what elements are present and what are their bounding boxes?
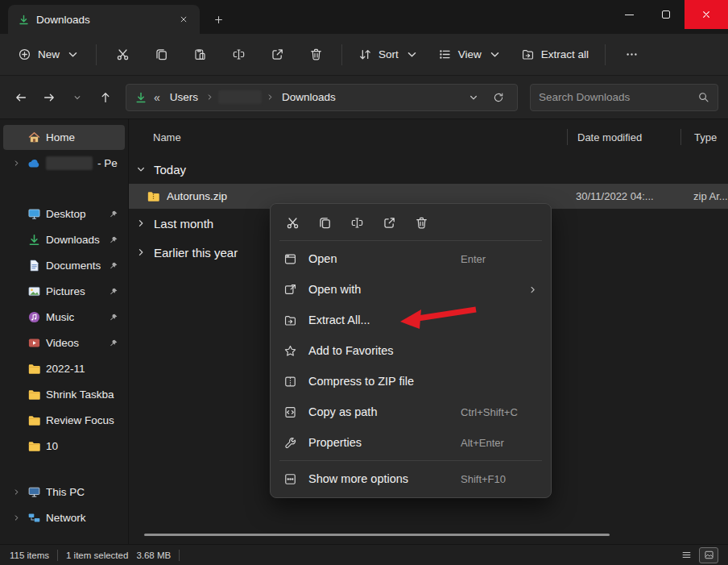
sidebar-label: Videos — [46, 337, 79, 349]
column-header-type[interactable]: Type — [681, 131, 728, 143]
up-button[interactable] — [93, 85, 118, 110]
sidebar-item-downloads[interactable]: Downloads — [3, 227, 125, 252]
submenu-slot — [461, 285, 538, 295]
context-menu-item-open-with[interactable]: Open with — [274, 274, 548, 305]
new-button[interactable]: New — [8, 40, 89, 69]
sidebar-item-folder-review-focus[interactable]: Review Focus — [3, 408, 125, 433]
share-button[interactable] — [258, 40, 296, 69]
copy-button[interactable] — [142, 40, 180, 69]
address-dropdown-button[interactable] — [463, 87, 484, 108]
group-today[interactable]: Today — [129, 155, 728, 184]
up-icon — [99, 91, 112, 104]
extract-all-button[interactable]: Extract all — [511, 40, 598, 69]
thumbnails-view-icon — [704, 550, 714, 560]
search-input[interactable] — [539, 91, 691, 103]
context-menu-item-compress-to-zip[interactable]: Compress to ZIP file — [274, 366, 548, 397]
sidebar-item-home[interactable]: Home — [3, 125, 125, 150]
horizontal-scrollbar[interactable] — [144, 534, 610, 536]
expand-chevron[interactable] — [10, 513, 23, 522]
sidebar-item-music[interactable]: Music — [3, 305, 125, 330]
sidebar-item-network[interactable]: Network — [3, 505, 125, 530]
sidebar-item-folder-10[interactable]: 10 — [3, 434, 125, 459]
context-menu-copy-button[interactable] — [311, 210, 339, 235]
chevron-down-icon — [72, 93, 82, 102]
tab-title: Downloads — [36, 14, 168, 26]
thumbnails-view-button[interactable] — [699, 547, 718, 563]
pin-icon — [109, 261, 118, 271]
forward-button[interactable] — [36, 85, 62, 110]
view-label: View — [458, 48, 482, 60]
sidebar-gap — [0, 459, 128, 479]
network-icon — [27, 511, 41, 525]
video-icon — [27, 336, 41, 350]
rename-button[interactable] — [219, 40, 258, 69]
breadcrumb-users[interactable]: Users — [167, 89, 201, 105]
address-bar[interactable]: « Users Downloads — [126, 84, 518, 111]
recent-locations-button[interactable] — [64, 85, 90, 110]
breadcrumb-overflow[interactable]: « — [151, 91, 163, 104]
sidebar-item-this-pc[interactable]: This PC — [3, 480, 125, 505]
context-menu-item-copy-as-path[interactable]: Copy as path Ctrl+Shift+C — [274, 397, 548, 427]
download-icon — [134, 91, 147, 104]
sidebar-item-desktop[interactable]: Desktop — [3, 201, 125, 226]
sort-button[interactable]: Sort — [349, 40, 428, 69]
context-menu-cut-button[interactable] — [279, 210, 307, 235]
new-tab-button[interactable] — [206, 7, 230, 31]
group-label: Last month — [154, 217, 213, 231]
context-menu-item-add-to-favorites[interactable]: Add to Favorites — [274, 335, 548, 366]
sidebar-item-documents[interactable]: Documents — [3, 253, 125, 278]
expand-chevron[interactable] — [10, 488, 23, 496]
column-headers: Name Date modified Type — [129, 119, 728, 155]
maximize-button[interactable] — [647, 0, 685, 29]
minimize-icon — [625, 15, 634, 15]
view-button[interactable]: View — [428, 40, 511, 69]
star-icon — [283, 344, 297, 358]
chevron-right-icon — [205, 93, 214, 102]
sidebar-label: Desktop — [46, 208, 86, 220]
toolbar-divider — [96, 44, 97, 65]
document-icon — [27, 259, 41, 272]
more-options-button[interactable] — [612, 40, 651, 69]
context-menu-item-show-more-options[interactable]: Show more options Shift+F10 — [274, 463, 548, 494]
chevron-right-icon — [12, 488, 21, 496]
column-header-date-modified[interactable]: Date modified — [568, 131, 680, 143]
file-date-modified: 30/11/2022 04:... — [576, 190, 680, 202]
details-view-button[interactable] — [676, 547, 696, 563]
window-controls — [610, 0, 728, 29]
sidebar-item-onedrive[interactable]: - Pe — [3, 151, 125, 176]
sidebar-item-videos[interactable]: Videos — [3, 330, 125, 355]
menu-item-label: Open — [308, 252, 449, 265]
context-menu-item-properties[interactable]: Properties Alt+Enter — [274, 427, 548, 458]
tab-downloads[interactable]: Downloads — [8, 5, 200, 34]
context-menu-item-extract-all[interactable]: Extract All... — [274, 305, 548, 335]
new-label: New — [38, 48, 60, 60]
delete-button[interactable] — [296, 40, 335, 69]
context-menu-delete-button[interactable] — [407, 210, 436, 235]
context-menu-share-button[interactable] — [375, 210, 403, 235]
sidebar-item-folder-shrink-taskbar[interactable]: Shrink Taskba — [3, 382, 125, 407]
breadcrumb-downloads[interactable]: Downloads — [279, 89, 339, 105]
pin-icon — [109, 287, 118, 297]
details-view-icon — [681, 550, 692, 560]
minimize-button[interactable] — [610, 0, 647, 29]
copy-icon — [318, 216, 332, 230]
expand-chevron[interactable] — [10, 159, 23, 168]
sidebar-label: Downloads — [46, 234, 100, 246]
refresh-button[interactable] — [488, 87, 509, 108]
tab-close-button[interactable] — [174, 10, 193, 29]
back-button[interactable] — [8, 85, 34, 110]
sidebar-item-folder-2022-11[interactable]: 2022-11 — [3, 356, 125, 381]
context-menu-item-open[interactable]: Open Enter — [274, 243, 548, 274]
sidebar-label: Music — [46, 311, 74, 323]
download-icon — [18, 14, 30, 26]
column-header-name[interactable]: Name — [153, 131, 567, 143]
paste-button[interactable] — [180, 40, 219, 69]
sidebar-label: Home — [46, 131, 75, 143]
search-box — [530, 84, 718, 111]
refresh-icon — [493, 92, 504, 103]
cut-button[interactable] — [103, 40, 142, 69]
chevron-down-icon — [405, 48, 419, 61]
context-menu-rename-button[interactable] — [343, 210, 371, 235]
close-button[interactable] — [685, 0, 728, 29]
sidebar-item-pictures[interactable]: Pictures — [3, 279, 125, 304]
